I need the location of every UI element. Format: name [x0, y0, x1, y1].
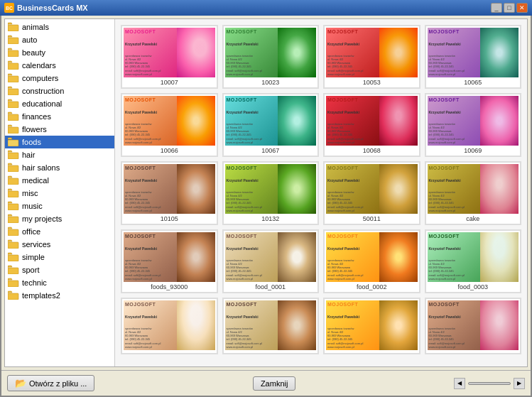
- sidebar-item-templates2[interactable]: templates2: [5, 289, 114, 302]
- card-item[interactable]: MOJOSOFTKrzysztof Pawelskisprzedawca tow…: [425, 161, 522, 225]
- business-card: MOJOSOFTKrzysztof Pawelskisprzedawca tow…: [124, 164, 215, 214]
- sidebar-item-label: foods: [22, 138, 41, 146]
- card-thumbnail: MOJOSOFTKrzysztof Pawelskisprzedawca tow…: [428, 232, 519, 282]
- card-item[interactable]: MOJOSOFTKrzysztof Pawelskisprzedawca tow…: [323, 161, 420, 225]
- nav-right-icon[interactable]: ▶: [514, 378, 525, 389]
- folder-icon: [8, 227, 22, 237]
- card-item[interactable]: MOJOSOFTKrzysztof Pawelskisprzedawca tow…: [425, 298, 522, 354]
- sidebar-item-flowers[interactable]: flowers: [5, 123, 114, 136]
- sidebar-item-simple[interactable]: simple: [5, 251, 114, 263]
- sidebar-item-misc[interactable]: misc: [5, 187, 114, 200]
- sidebar-item-hair-salons[interactable]: hair salons: [5, 161, 114, 174]
- card-label: 10105: [124, 215, 215, 222]
- sidebar-item-technic[interactable]: technic: [5, 276, 114, 289]
- nav-left-icon[interactable]: ◀: [454, 378, 465, 389]
- folder-icon: [8, 201, 22, 212]
- sidebar-item-computers[interactable]: computers: [5, 72, 114, 85]
- open-file-button[interactable]: 📂 Otwórz z pliku ...: [7, 375, 94, 391]
- card-item[interactable]: MOJOSOFTKrzysztof Pawelskisprzedawca tow…: [121, 229, 218, 293]
- card-item[interactable]: MOJOSOFTKrzysztof Pawelskisprzedawca tow…: [425, 93, 522, 157]
- card-label: 10023: [225, 79, 317, 86]
- card-item[interactable]: MOJOSOFTKrzysztof Pawelskisprzedawca tow…: [121, 298, 218, 354]
- business-card: MOJOSOFTKrzysztof Pawelskisprzedawca tow…: [124, 232, 215, 282]
- card-label: 10067: [225, 147, 317, 154]
- svg-rect-20: [8, 281, 18, 287]
- folder-icon: [8, 124, 22, 135]
- card-label: 10132: [225, 215, 317, 222]
- sidebar-item-label: misc: [22, 189, 38, 197]
- card-item[interactable]: MOJOSOFTKrzysztof Pawelskisprzedawca tow…: [222, 298, 320, 354]
- sidebar-item-label: office: [22, 227, 40, 236]
- card-thumbnail: MOJOSOFTKrzysztof Pawelskisprzedawca tow…: [326, 96, 418, 146]
- sidebar-item-office[interactable]: office: [5, 225, 114, 238]
- business-card: MOJOSOFTKrzysztof Pawelskisprzedawca tow…: [124, 300, 215, 350]
- sidebar-item-my-projects[interactable]: my projects: [5, 212, 114, 225]
- folder-icon: [8, 60, 22, 71]
- sidebar-item-sport[interactable]: sport: [5, 263, 114, 276]
- sidebar-item-label: hair: [22, 151, 35, 159]
- sidebar-item-foods[interactable]: foods: [5, 136, 114, 148]
- card-thumbnail: MOJOSOFTKrzysztof Pawelskisprzedawca tow…: [225, 28, 317, 77]
- sidebar-item-label: animals: [22, 23, 49, 31]
- business-card: MOJOSOFTKrzysztof Pawelskisprzedawca tow…: [225, 164, 317, 214]
- card-item[interactable]: MOJOSOFTKrzysztof Pawelskisprzedawca tow…: [222, 93, 320, 157]
- business-card: MOJOSOFTKrzysztof Pawelskisprzedawca tow…: [326, 164, 418, 214]
- app-icon: BC: [4, 3, 14, 13]
- app-title: BusinessCards MX: [17, 4, 491, 12]
- card-thumbnail: MOJOSOFTKrzysztof Pawelskisprzedawca tow…: [124, 232, 215, 282]
- minimize-button[interactable]: _: [491, 3, 502, 13]
- sidebar-item-services[interactable]: services: [5, 238, 114, 251]
- svg-rect-13: [8, 191, 18, 197]
- sidebar-item-auto[interactable]: auto: [5, 33, 114, 46]
- close-button[interactable]: Zamknij: [253, 376, 296, 391]
- folder-icon: [8, 86, 22, 97]
- card-label: 10069: [428, 147, 519, 154]
- card-thumbnail: MOJOSOFTKrzysztof Pawelskisprzedawca tow…: [428, 96, 519, 146]
- zoom-slider[interactable]: [468, 382, 511, 385]
- maximize-button[interactable]: □: [504, 3, 515, 13]
- card-item[interactable]: MOJOSOFTKrzysztof Pawelskisprzedawca tow…: [323, 25, 420, 89]
- card-label: food_0003: [428, 283, 519, 290]
- card-item[interactable]: MOJOSOFTKrzysztof Pawelskisprzedawca tow…: [323, 229, 420, 293]
- sidebar-item-finances[interactable]: finances: [5, 110, 114, 123]
- sidebar-item-calendars[interactable]: calendars: [5, 59, 114, 72]
- sidebar-item-music[interactable]: music: [5, 200, 114, 212]
- folder-icon: [8, 278, 22, 288]
- main-container: animals auto beauty calendars computers …: [0, 16, 532, 397]
- card-item[interactable]: MOJOSOFTKrzysztof Pawelskisprzedawca tow…: [222, 229, 320, 293]
- card-label: 10007: [124, 79, 215, 86]
- sidebar-item-animals[interactable]: animals: [5, 21, 114, 33]
- business-card: MOJOSOFTKrzysztof Pawelskisprzedawca tow…: [428, 232, 519, 282]
- card-thumbnail: MOJOSOFTKrzysztof Pawelskisprzedawca tow…: [124, 300, 215, 350]
- folder-icon: [8, 163, 22, 173]
- business-card: MOJOSOFTKrzysztof Pawelskisprzedawca tow…: [326, 232, 418, 282]
- sidebar-item-educational[interactable]: educational: [5, 97, 114, 110]
- card-thumbnail: MOJOSOFTKrzysztof Pawelskisprzedawca tow…: [124, 28, 215, 77]
- sidebar-item-label: sport: [22, 266, 39, 274]
- card-item[interactable]: MOJOSOFTKrzysztof Pawelskisprzedawca tow…: [323, 93, 420, 157]
- svg-rect-7: [8, 114, 18, 121]
- card-item[interactable]: MOJOSOFTKrzysztof Pawelskisprzedawca tow…: [425, 25, 522, 89]
- card-item[interactable]: MOJOSOFTKrzysztof Pawelskisprzedawca tow…: [121, 93, 218, 157]
- sidebar-item-label: hair salons: [22, 163, 60, 172]
- card-label: cake: [428, 215, 519, 222]
- card-item[interactable]: MOJOSOFTKrzysztof Pawelskisprzedawca tow…: [222, 161, 320, 225]
- card-item[interactable]: MOJOSOFTKrzysztof Pawelskisprzedawca tow…: [425, 229, 522, 293]
- content-area: animals auto beauty calendars computers …: [4, 18, 528, 367]
- bottom-right-controls: ◀ ▶: [454, 378, 525, 389]
- sidebar-item-medical[interactable]: medical: [5, 174, 114, 187]
- svg-rect-0: [8, 25, 18, 31]
- card-item[interactable]: MOJOSOFTKrzysztof Pawelskisprzedawca tow…: [323, 298, 420, 354]
- card-item[interactable]: MOJOSOFTKrzysztof Pawelskisprzedawca tow…: [222, 25, 320, 89]
- card-label: 50011: [326, 215, 418, 222]
- card-thumbnail: MOJOSOFTKrzysztof Pawelskisprzedawca tow…: [225, 232, 317, 282]
- close-window-button[interactable]: ✕: [516, 3, 528, 13]
- card-item[interactable]: MOJOSOFTKrzysztof Pawelskisprzedawca tow…: [121, 25, 218, 89]
- card-thumbnail: MOJOSOFTKrzysztof Pawelskisprzedawca tow…: [428, 28, 519, 77]
- card-thumbnail: MOJOSOFTKrzysztof Pawelskisprzedawca tow…: [124, 96, 215, 146]
- sidebar-item-construction[interactable]: construction: [5, 85, 114, 97]
- sidebar-item-hair[interactable]: hair: [5, 148, 114, 161]
- card-item[interactable]: MOJOSOFTKrzysztof Pawelskisprzedawca tow…: [121, 161, 218, 225]
- card-grid-container[interactable]: MOJOSOFTKrzysztof Pawelskisprzedawca tow…: [115, 19, 527, 366]
- sidebar-item-beauty[interactable]: beauty: [5, 46, 114, 59]
